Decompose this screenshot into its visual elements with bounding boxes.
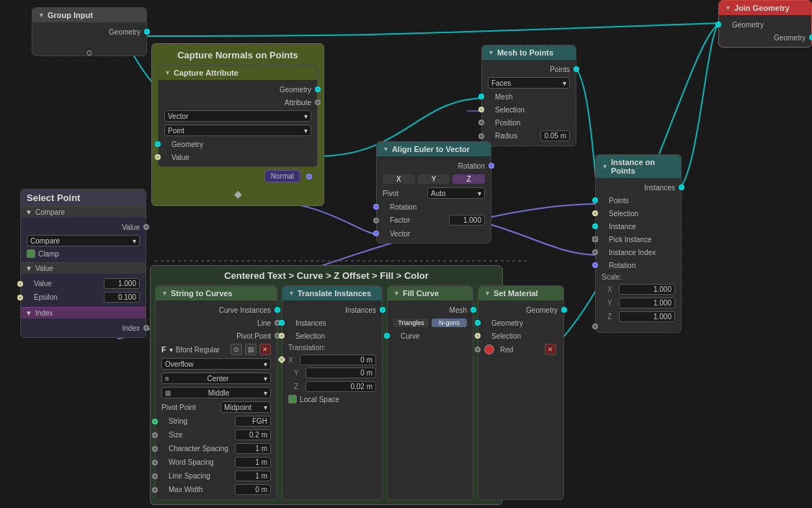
ti-instances-in-socket[interactable] (279, 320, 285, 326)
fc-ngons-btn[interactable]: N-gons (432, 318, 467, 327)
stc-curve-instances-socket[interactable] (275, 307, 280, 313)
normal-socket[interactable] (306, 174, 312, 179)
ae-z-btn[interactable]: Z (452, 174, 485, 184)
sp-index-out-socket[interactable] (143, 325, 149, 331)
ti-local-space-checkbox[interactable] (288, 395, 297, 404)
sp-epsilon-socket[interactable] (17, 295, 23, 300)
ae-rotation-in-socket[interactable] (373, 204, 379, 210)
sm-selection-socket[interactable] (475, 333, 481, 339)
sp-value-out-socket[interactable] (143, 224, 149, 230)
sp-value-collapse[interactable]: ▼ (25, 264, 32, 272)
stc-vertical-dropdown[interactable]: ⊞ Middle ▾ (161, 387, 271, 398)
ca-geometry-out-socket[interactable] (155, 141, 161, 147)
mtp-radius-value[interactable]: 0.05 m (540, 130, 570, 141)
stc-size-value[interactable]: 0.2 m (235, 429, 271, 440)
stc-font-icon1[interactable]: ⊙ (231, 344, 242, 355)
mtp-collapse[interactable]: ▼ (488, 49, 494, 56)
ti-y-value[interactable]: 0 m (305, 367, 376, 378)
sm-geometry-in-socket[interactable] (475, 320, 481, 326)
stc-char-value[interactable]: 1 m (235, 443, 271, 454)
stc-maxw-value[interactable]: 0 m (235, 484, 271, 495)
ti-instances-out-socket[interactable] (380, 307, 385, 313)
ti-z-value[interactable]: 0.02 m (305, 381, 376, 392)
ca-collapse[interactable]: ▼ (164, 69, 171, 76)
ti-collapse[interactable]: ▼ (288, 290, 295, 297)
ae-y-btn[interactable]: Y (418, 174, 450, 184)
sm-geometry-in-label: Geometry (491, 319, 523, 327)
stc-string-value[interactable]: FGH (235, 416, 271, 427)
fc-mesh-socket[interactable] (470, 307, 476, 313)
sp-value-socket[interactable] (17, 281, 23, 287)
stc-line-socket[interactable] (152, 473, 158, 479)
iop-collapse[interactable]: ▼ (602, 163, 608, 170)
stc-size-socket[interactable] (152, 432, 158, 438)
sp-value-value[interactable]: 1.000 (104, 278, 140, 289)
ae-auto-label: Auto (431, 190, 446, 197)
stc-word-socket[interactable] (152, 460, 158, 465)
sp-compare-dropdown[interactable]: Compare ▾ (27, 235, 140, 246)
jg-geometry-in-socket[interactable] (715, 22, 721, 27)
mtp-mesh-socket[interactable] (478, 94, 484, 99)
stc-overflow-dropdown[interactable]: Overflow ▾ (161, 358, 271, 370)
sm-geometry-out-socket[interactable] (561, 307, 567, 313)
sp-clamp-checkbox[interactable] (27, 249, 35, 258)
stc-font-icon2[interactable]: ▤ (245, 344, 256, 355)
ca-vector-dropdown[interactable]: Vector ▾ (164, 110, 311, 122)
iop-selection-socket[interactable] (592, 210, 598, 216)
ca-attribute-socket[interactable] (315, 99, 321, 105)
stc-line-value[interactable]: 1 m (235, 471, 271, 481)
ti-selection-socket[interactable] (279, 333, 285, 339)
ca-geometry-socket[interactable] (315, 86, 321, 92)
sp-index-collapse[interactable]: ▼ (25, 309, 32, 317)
mtp-faces-dropdown[interactable]: Faces ▾ (488, 77, 570, 89)
fc-curve-socket[interactable] (384, 333, 390, 339)
ae-factor-socket[interactable] (373, 218, 379, 223)
iop-pick-socket[interactable] (592, 236, 598, 242)
stc-string-socket[interactable] (152, 419, 158, 424)
iop-instance-socket[interactable] (592, 223, 598, 229)
iop-instance-index-socket[interactable] (592, 249, 598, 255)
iop-y-value[interactable]: 1.000 (619, 298, 675, 308)
sp-epsilon-value[interactable]: 0.100 (104, 292, 140, 303)
iop-scale-socket[interactable] (592, 324, 598, 329)
ae-vector-socket[interactable] (373, 231, 379, 236)
stc-font-arrow[interactable]: ▾ (169, 346, 173, 354)
iop-x-value[interactable]: 1.000 (619, 284, 675, 295)
mtp-radius-socket[interactable] (478, 133, 484, 139)
mtp-selection-socket[interactable] (478, 107, 484, 112)
iop-z-value[interactable]: 1.000 (619, 311, 675, 322)
stc-char-socket[interactable] (152, 446, 158, 452)
ae-pivot-dropdown[interactable]: Auto ▾ (427, 187, 485, 199)
ae-x-btn[interactable]: X (383, 174, 415, 184)
stc-pivot-dropdown[interactable]: Midpoint ▾ (220, 401, 271, 413)
ae-rotation-out-label: Rotation (458, 162, 485, 170)
stc-align-dropdown[interactable]: ≡ Center ▾ (161, 373, 271, 384)
stc-font-close[interactable]: ✕ (259, 344, 271, 355)
fc-collapse[interactable]: ▼ (393, 290, 400, 297)
ae-factor-value[interactable]: 1.000 (449, 215, 485, 226)
stc-collapse[interactable]: ▼ (161, 290, 168, 297)
ae-rotation-out-socket[interactable] (488, 163, 494, 169)
ca-value-socket[interactable] (155, 154, 161, 160)
collapse-arrow[interactable]: ▼ (38, 12, 45, 19)
sm-material-socket[interactable] (475, 347, 481, 352)
fc-triangles-btn[interactable]: Triangles (393, 318, 429, 327)
sm-collapse[interactable]: ▼ (484, 290, 491, 297)
stc-word-value[interactable]: 1 m (235, 457, 271, 468)
ca-point-dropdown[interactable]: Point ▾ (164, 125, 311, 136)
ti-x-value[interactable]: 0 m (300, 355, 376, 365)
sm-material-remove[interactable]: ✕ (545, 344, 556, 355)
jg-geometry-out-socket[interactable] (809, 35, 812, 40)
sp-compare-collapse[interactable]: ▼ (25, 208, 32, 216)
mtp-position-socket[interactable] (478, 120, 484, 125)
iop-rotation-socket[interactable] (592, 262, 598, 268)
iop-instances-out-socket[interactable] (679, 184, 684, 190)
sp-clamp-label: Clamp (38, 250, 59, 258)
jg-collapse[interactable]: ▼ (725, 4, 731, 12)
stc-vertical-icon: ⊞ (165, 389, 171, 397)
iop-points-socket[interactable] (592, 197, 598, 203)
mtp-points-socket[interactable] (574, 66, 579, 72)
ae-collapse[interactable]: ▼ (383, 146, 389, 153)
stc-maxw-socket[interactable] (152, 487, 158, 493)
geometry-output-socket[interactable] (144, 29, 150, 35)
